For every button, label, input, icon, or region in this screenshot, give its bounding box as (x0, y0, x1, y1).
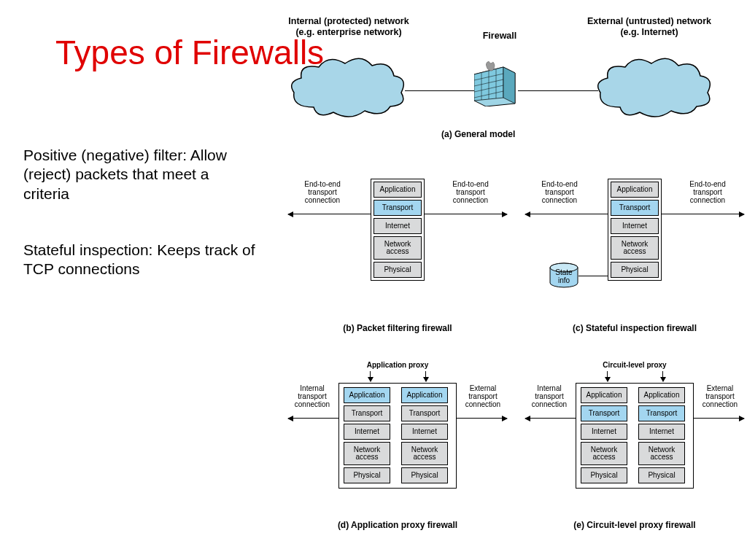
layer-network-access: Network access (374, 236, 422, 260)
label-connection: External transport connection (694, 384, 746, 408)
connection-arrow (456, 418, 507, 419)
layer-physical: Physical (401, 467, 448, 483)
cloud-icon (288, 52, 409, 122)
layer-application: Application (374, 182, 422, 198)
layer-physical: Physical (344, 467, 390, 483)
layer-network-access: Network access (581, 442, 627, 465)
layer-internet: Internet (638, 424, 685, 440)
layer-internet: Internet (374, 218, 422, 234)
layer-transport: Transport (344, 405, 390, 421)
connector-line (405, 90, 474, 91)
label-connection: External transport connection (457, 384, 508, 408)
diagram-application-proxy: Application proxy Internal transport con… (288, 361, 507, 529)
layer-network-access: Network access (344, 442, 390, 465)
layer-internet: Internet (344, 424, 390, 440)
label-connection: Internal transport connection (287, 384, 338, 408)
caption-d: (d) Application proxy firewall (288, 520, 507, 530)
diagram-stateful-inspection: End-to-end transport connection End-to-e… (525, 164, 744, 332)
label-external-network: External (untrusted) network (e.g. Inter… (580, 16, 719, 38)
caption-e: (e) Circuit-level proxy firewall (525, 520, 744, 530)
layer-transport: Transport (638, 405, 685, 421)
cloud-icon (595, 52, 715, 122)
protocol-stack: Application Transport Internet Network a… (608, 179, 662, 281)
layer-transport: Transport (374, 200, 422, 216)
layer-physical: Physical (374, 262, 422, 278)
layer-physical: Physical (581, 467, 627, 483)
label-firewall: Firewall (471, 31, 529, 42)
layer-physical: Physical (638, 467, 685, 483)
layer-network-access: Network access (638, 442, 685, 465)
connection-arrow (693, 418, 744, 419)
layer-transport: Transport (581, 405, 627, 421)
connector-line (578, 276, 608, 276)
label-connection: End-to-end transport connection (682, 180, 733, 204)
layer-transport: Transport (611, 200, 659, 216)
layer-network-access: Network access (611, 236, 659, 260)
layer-physical: Physical (611, 262, 659, 278)
arrow-down-icon (607, 371, 608, 381)
layer-application: Application (638, 387, 685, 403)
layer-application: Application (611, 182, 659, 198)
protocol-stack: Application Transport Internet Network a… (371, 179, 425, 281)
layer-transport: Transport (401, 405, 448, 421)
svg-marker-2 (503, 67, 515, 104)
layer-network-access: Network access (401, 442, 448, 465)
firewall-icon (474, 61, 516, 106)
layer-internet: Internet (401, 424, 448, 440)
slide-title: Types of Firewalls (55, 35, 324, 70)
label-connection: End-to-end transport connection (445, 180, 496, 204)
caption-c: (c) Stateful inspection firewall (525, 323, 744, 333)
body-text-1: Positive (negative) filter: Allow (rejec… (23, 146, 257, 203)
connection-arrow (288, 418, 339, 419)
arrow-down-icon (370, 371, 371, 381)
caption-b: (b) Packet filtering firewall (288, 323, 507, 333)
label-circuit-level-proxy: Circuit-level proxy (591, 361, 678, 369)
diagram-packet-filtering: End-to-end transport connection End-to-e… (288, 164, 507, 332)
layer-application: Application (581, 387, 627, 403)
arrow-down-icon (425, 371, 426, 381)
arrow-down-icon (662, 371, 663, 381)
label-connection: Internal transport connection (524, 384, 575, 408)
caption-a: (a) General model (441, 129, 515, 139)
layer-internet: Internet (611, 218, 659, 234)
label-internal-network: Internal (protected) network (e.g. enter… (279, 16, 418, 38)
label-connection: End-to-end transport connection (534, 180, 585, 204)
label-state-info: State info (553, 268, 575, 284)
protocol-stack-dual: Application Transport Internet Network a… (338, 383, 457, 489)
connector-line (518, 90, 598, 91)
label-application-proxy: Application proxy (354, 361, 441, 369)
diagram-general-model: Internal (protected) network (e.g. enter… (288, 16, 740, 136)
layer-application: Application (344, 387, 390, 403)
label-connection: End-to-end transport connection (297, 180, 348, 204)
diagram-circuit-level-proxy: Circuit-level proxy Internal transport c… (525, 361, 744, 529)
connection-arrow (525, 418, 576, 419)
layer-internet: Internet (581, 424, 627, 440)
protocol-stack-dual: Application Transport Internet Network a… (576, 383, 694, 489)
body-text-2: Stateful inspection: Keeps track of TCP … (23, 241, 286, 279)
layer-application: Application (401, 387, 448, 403)
